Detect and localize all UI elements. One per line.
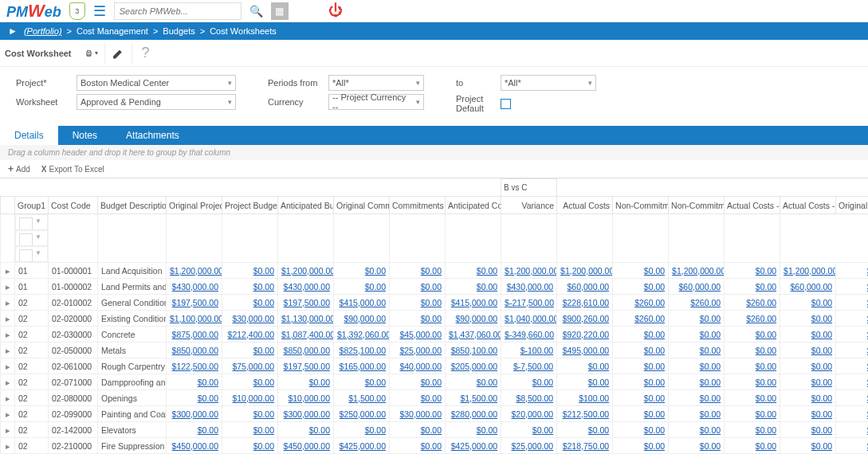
- cell-value-link[interactable]: $0.00: [756, 362, 776, 371]
- add-button[interactable]: +Add: [8, 163, 30, 174]
- cell-value-link[interactable]: $60,000.00: [791, 282, 833, 292]
- column-header[interactable]: Non-Commitment: [669, 197, 725, 214]
- table-row[interactable]: ▸0101-000001Land Acquisition$1,200,000.0…: [1, 263, 869, 279]
- table-row[interactable]: ▸0202-010002General Conditions$197,500.0…: [1, 295, 869, 311]
- project-default-checkbox[interactable]: [501, 99, 511, 109]
- cell-value-link[interactable]: $30,000.00: [232, 314, 274, 323]
- menu-icon[interactable]: ☰: [93, 2, 106, 20]
- cell-value-link[interactable]: $0.00: [588, 378, 609, 387]
- cell-value-link[interactable]: $0.00: [309, 378, 330, 387]
- filter-icon[interactable]: ▼: [33, 249, 44, 259]
- cell-value-link[interactable]: $1,040,000.00: [505, 314, 557, 323]
- cell-value-link[interactable]: $-100.00: [520, 346, 553, 355]
- to-select[interactable]: *All*: [501, 75, 596, 91]
- cell-value-link[interactable]: $0.00: [644, 282, 665, 292]
- cell-value-link[interactable]: $0.00: [811, 314, 832, 323]
- expand-icon[interactable]: ▸: [1, 358, 15, 374]
- cell-value-link[interactable]: $0.00: [644, 425, 665, 435]
- table-row[interactable]: ▸0202-080000Openings$0.00$10,000.00$10,0…: [1, 390, 869, 406]
- table-row[interactable]: ▸0202-099000Painting and Coating$300,000…: [1, 406, 869, 422]
- cell-value-link[interactable]: $0.00: [644, 266, 665, 276]
- search-input-wrapper[interactable]: [114, 2, 242, 20]
- expand-icon[interactable]: ▸: [1, 263, 15, 279]
- cell-value-link[interactable]: $212,500.00: [563, 409, 609, 419]
- cell-value-link[interactable]: $300,000.00: [284, 409, 330, 419]
- column-header[interactable]: Cost Code: [49, 197, 98, 214]
- cell-value-link[interactable]: $0.00: [644, 409, 665, 419]
- cell-value-link[interactable]: $0.00: [253, 378, 274, 387]
- expand-icon[interactable]: ▸: [1, 279, 15, 295]
- cell-value-link[interactable]: $-7,500.00: [513, 362, 553, 371]
- cell-value-link[interactable]: $0.00: [253, 266, 274, 276]
- column-header[interactable]: Variance: [501, 197, 557, 214]
- cell-value-link[interactable]: $0.00: [477, 266, 497, 276]
- cell-value-link[interactable]: $0.00: [253, 441, 274, 451]
- power-icon[interactable]: ⏻: [328, 2, 343, 19]
- cell-value-link[interactable]: $-349,660.00: [505, 330, 554, 339]
- cell-value-link[interactable]: $0.00: [644, 362, 665, 371]
- cell-value-link[interactable]: $850,100.00: [451, 346, 497, 355]
- cell-value-link[interactable]: $25,000.00: [399, 346, 442, 355]
- cell-value-link[interactable]: $0.00: [253, 298, 274, 307]
- cell-value-link[interactable]: $0.00: [700, 425, 721, 435]
- cell-value-link[interactable]: $0.00: [700, 393, 721, 403]
- cell-value-link[interactable]: $0.00: [532, 425, 553, 435]
- cell-value-link[interactable]: $260.00: [634, 298, 665, 307]
- column-header[interactable]: Actual Costs - Non: [725, 197, 780, 214]
- cell-value-link[interactable]: $0.00: [644, 330, 665, 339]
- cell-value-link[interactable]: $0.00: [253, 346, 274, 355]
- column-header[interactable]: Original Project Bu: [167, 197, 222, 214]
- tab-notes[interactable]: Notes: [58, 126, 112, 145]
- expand-icon[interactable]: ▸: [1, 422, 15, 438]
- cell-value-link[interactable]: $1,200,000.00: [560, 266, 613, 276]
- cell-value-link[interactable]: $197,500.00: [284, 362, 330, 371]
- cell-value-link[interactable]: $8,500.00: [516, 393, 553, 403]
- cell-value-link[interactable]: $218,750.00: [563, 441, 609, 451]
- cell-value-link[interactable]: $430,000.00: [172, 282, 218, 292]
- cell-value-link[interactable]: $0.00: [421, 441, 442, 451]
- cell-value-link[interactable]: $1,200,000.00: [170, 266, 222, 276]
- column-header[interactable]: [1, 197, 15, 214]
- periods-from-select[interactable]: *All*: [328, 75, 424, 91]
- cell-value-link[interactable]: $0.00: [644, 441, 665, 451]
- cell-value-link[interactable]: $1,437,060.00: [449, 330, 501, 339]
- table-row[interactable]: ▸0202-071000Dampproofing and W$0.00$0.00…: [1, 374, 869, 390]
- cell-value-link[interactable]: $1,100,000.00: [170, 314, 222, 323]
- cell-value-link[interactable]: $75,000.00: [232, 362, 274, 371]
- cell-value-link[interactable]: $260.00: [746, 314, 776, 323]
- export-excel-button[interactable]: XExport To Excel: [41, 163, 104, 174]
- cell-value-link[interactable]: $60,000.00: [568, 282, 610, 292]
- breadcrumb-budgets[interactable]: Budgets: [163, 26, 194, 36]
- cell-value-link[interactable]: $0.00: [756, 441, 776, 451]
- search-icon[interactable]: 🔍: [249, 5, 263, 18]
- column-header[interactable]: Anticipated Budget: [278, 197, 334, 214]
- search-input[interactable]: [120, 6, 236, 16]
- breadcrumb-cost-worksheets[interactable]: Cost Worksheets: [210, 26, 277, 36]
- worksheet-select[interactable]: Approved & Pending: [77, 94, 236, 110]
- edit-button[interactable]: [112, 43, 132, 64]
- apps-icon[interactable]: ▦: [271, 2, 289, 20]
- cell-value-link[interactable]: $0.00: [253, 282, 274, 292]
- table-row[interactable]: ▸0202-020000Existing Conditions$1,100,00…: [1, 311, 869, 327]
- table-row[interactable]: ▸0202-061000Rough Carpentry$122,500.00$7…: [1, 358, 869, 374]
- cell-value-link[interactable]: $260.00: [690, 298, 721, 307]
- cell-value-link[interactable]: $0.00: [532, 378, 553, 387]
- cell-value-link[interactable]: $430,000.00: [284, 282, 330, 292]
- cell-value-link[interactable]: $1,392,060.00: [337, 330, 390, 339]
- cell-value-link[interactable]: $1,087,400.00: [281, 330, 334, 339]
- cell-value-link[interactable]: $415,000.00: [451, 298, 497, 307]
- column-header[interactable]: Original Commitme: [334, 197, 390, 214]
- column-header[interactable]: Budget Description: [98, 197, 167, 214]
- cell-value-link[interactable]: $90,000.00: [344, 314, 386, 323]
- cell-value-link[interactable]: $280,000.00: [451, 409, 497, 419]
- tab-attachments[interactable]: Attachments: [112, 126, 194, 145]
- column-filter-input[interactable]: [19, 249, 33, 262]
- cell-value-link[interactable]: $1,500.00: [348, 393, 386, 403]
- expand-icon[interactable]: ▸: [1, 311, 15, 327]
- cell-value-link[interactable]: $-217,500.00: [505, 298, 554, 307]
- cell-value-link[interactable]: $10,000.00: [288, 393, 330, 403]
- filter-icon[interactable]: ▼: [33, 233, 44, 243]
- breadcrumb-portfolio[interactable]: (Portfolio): [24, 26, 62, 36]
- cell-value-link[interactable]: $0.00: [644, 378, 665, 387]
- column-header[interactable]: Actual Costs: [557, 197, 613, 214]
